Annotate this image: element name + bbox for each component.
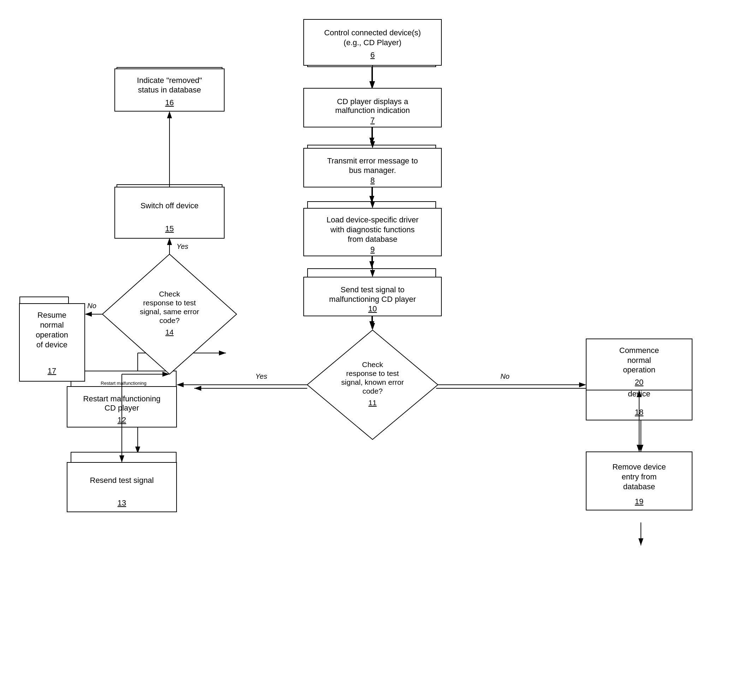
label-yes-11: Yes bbox=[255, 372, 267, 380]
text-10a: Send test signal to bbox=[341, 285, 404, 294]
text-17n: 17 bbox=[48, 366, 56, 375]
label-no-14: No bbox=[87, 302, 97, 309]
text-16a: Indicate "removed" bbox=[137, 76, 202, 85]
text-15n: 15 bbox=[165, 224, 174, 233]
text-19c: database bbox=[623, 482, 655, 491]
text-11b: response to test bbox=[346, 369, 399, 377]
text-17a: Resume bbox=[37, 311, 66, 320]
text-15a: Switch off device bbox=[141, 201, 199, 210]
text-11n: 11 bbox=[368, 398, 376, 407]
label-yes-14: Yes bbox=[177, 242, 188, 250]
text-20n: 20 bbox=[635, 378, 643, 386]
text-13n: 13 bbox=[118, 498, 126, 507]
text-7n: 7 bbox=[371, 116, 375, 125]
text-14c: signal, same error bbox=[140, 308, 199, 316]
text-10b: malfunctioning CD player bbox=[329, 295, 416, 303]
text-19a: Remove device bbox=[612, 462, 666, 471]
text-16b: status in database bbox=[138, 85, 201, 94]
text-14a: Check bbox=[159, 290, 180, 298]
text-9c: from database bbox=[348, 235, 397, 244]
text-11a: Check bbox=[362, 360, 383, 369]
text-14d: code? bbox=[159, 316, 179, 324]
text-6b: (e.g., CD Player) bbox=[344, 38, 402, 47]
text-17d: of device bbox=[36, 340, 67, 349]
label-no-11: No bbox=[500, 372, 510, 380]
text-11c: signal, known error bbox=[341, 378, 403, 386]
text-11d: code? bbox=[362, 387, 382, 395]
text-10n: 10 bbox=[368, 304, 377, 313]
text-6n: 6 bbox=[371, 51, 375, 59]
text-14n: 14 bbox=[165, 328, 174, 336]
text-8n: 8 bbox=[371, 176, 375, 184]
text-14b: response to test bbox=[143, 299, 196, 307]
text-19b: entry from bbox=[622, 472, 656, 481]
main-svg: Control connected device(s) (e.g., CD Pl… bbox=[0, 0, 744, 700]
text-9a: Load device-specific driver bbox=[327, 215, 418, 224]
text-20b: normal bbox=[627, 356, 651, 365]
text-19n: 19 bbox=[635, 497, 643, 506]
text-13a: Resend test signal bbox=[90, 476, 154, 485]
text-7b: malfunction indication bbox=[335, 106, 410, 115]
text-16n: 16 bbox=[165, 98, 174, 107]
text-7a: CD player displays a bbox=[337, 97, 409, 106]
text-6a: Control connected device(s) bbox=[324, 28, 421, 37]
text-17c: operation bbox=[36, 330, 68, 339]
text-9b: with diagnostic functions bbox=[330, 225, 415, 234]
text-8a: Transmit error message to bbox=[327, 156, 418, 165]
text-20a: Commence bbox=[619, 346, 659, 355]
text-17b: normal bbox=[40, 321, 64, 329]
text-9n: 9 bbox=[371, 245, 375, 254]
text-20c: operation bbox=[623, 366, 655, 374]
text-8b: bus manager. bbox=[349, 166, 396, 175]
